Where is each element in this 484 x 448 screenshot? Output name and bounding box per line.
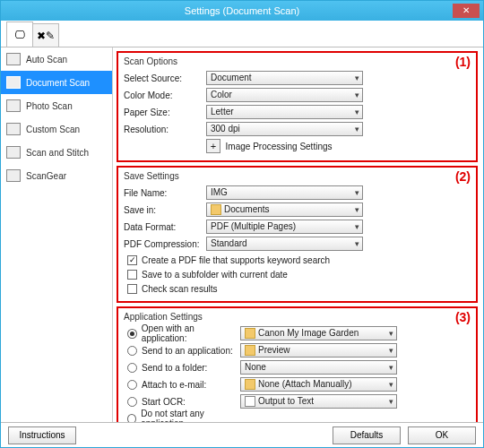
select-resolution[interactable]: 300 dpi <box>206 122 363 136</box>
preview-icon <box>245 345 255 356</box>
window-title: Settings (Document Scan) <box>185 5 299 16</box>
label-image-processing: Image Processing Settings <box>226 142 333 151</box>
label-keyword-pdf: Create a PDF file that supports keyword … <box>142 255 330 265</box>
label-file-name: File Name: <box>124 188 206 198</box>
ok-button[interactable]: OK <box>408 426 476 444</box>
label-send-folder: Send to a folder: <box>142 363 207 373</box>
select-send-app[interactable]: Preview <box>240 343 397 358</box>
label-save-in: Save in: <box>124 205 206 215</box>
scangear-icon <box>6 169 21 182</box>
content-pane: (1) Scan Options Select Source:Document … <box>113 47 483 422</box>
select-start-ocr[interactable]: Output to Text <box>240 394 397 409</box>
sidebar-item-scangear[interactable]: ScanGear <box>1 164 112 187</box>
sidebar-item-label: ScanGear <box>26 171 66 181</box>
tab-scan-icon[interactable]: 🖵 <box>6 22 33 47</box>
label-send-app: Send to an application: <box>142 346 233 356</box>
sidebar-item-scan-stitch[interactable]: Scan and Stitch <box>1 141 112 164</box>
select-source[interactable]: Document <box>206 71 363 85</box>
select-attach-email[interactable]: None (Attach Manually) <box>240 377 397 392</box>
sidebar-item-auto-scan[interactable]: Auto Scan <box>1 47 112 71</box>
select-save-in[interactable]: Documents <box>206 202 363 217</box>
radio-send-folder[interactable] <box>127 363 137 373</box>
annotation-3: (3) <box>455 310 471 324</box>
footer: Instructions Defaults OK <box>1 422 483 447</box>
legend-app-settings: Application Settings <box>124 312 471 322</box>
sidebar-item-label: Auto Scan <box>26 55 67 65</box>
instructions-button[interactable]: Instructions <box>8 426 76 444</box>
checkbox-check-results[interactable] <box>127 284 137 294</box>
select-paper-size[interactable]: Letter <box>206 105 363 119</box>
select-open-app[interactable]: Canon My Image Garden <box>240 326 397 340</box>
sidebar: Auto Scan Document Scan Photo Scan Custo… <box>1 47 113 422</box>
select-color-mode[interactable]: Color <box>206 88 363 102</box>
group-save-settings: (2) Save Settings File Name:IMG Save in:… <box>117 166 478 303</box>
label-subfolder-date: Save to a subfolder with current date <box>142 270 288 280</box>
label-select-source: Select Source: <box>124 73 206 83</box>
document-scan-icon <box>6 76 21 89</box>
close-button[interactable]: ✕ <box>453 4 480 18</box>
monitor-icon: 🖵 <box>14 29 25 41</box>
label-pdf-compression: PDF Compression: <box>124 239 206 249</box>
label-start-ocr: Start OCR: <box>142 397 186 407</box>
label-paper-size: Paper Size: <box>124 108 206 117</box>
expand-image-processing[interactable]: + <box>206 139 220 153</box>
radio-do-not-start[interactable] <box>127 414 136 423</box>
checkbox-subfolder-date[interactable] <box>127 270 137 280</box>
folder-icon <box>211 204 221 215</box>
top-tabstrip: 🖵 ✖✎ <box>1 21 483 47</box>
defaults-button[interactable]: Defaults <box>333 426 401 444</box>
sidebar-item-document-scan[interactable]: Document Scan <box>1 71 112 94</box>
legend-scan-options: Scan Options <box>124 56 471 66</box>
legend-save-settings: Save Settings <box>124 171 471 181</box>
sidebar-item-custom-scan[interactable]: Custom Scan <box>1 117 112 141</box>
group-app-settings: (3) Application Settings Open with an ap… <box>117 306 478 422</box>
label-do-not-start: Do not start any application <box>141 409 240 422</box>
label-attach-email: Attach to e-mail: <box>142 380 206 390</box>
sidebar-item-photo-scan[interactable]: Photo Scan <box>1 94 112 117</box>
sidebar-item-label: Photo Scan <box>26 101 73 111</box>
mail-icon <box>245 379 255 390</box>
label-data-format: Data Format: <box>124 222 206 232</box>
label-check-results: Check scan results <box>142 284 217 294</box>
text-icon <box>245 396 255 407</box>
settings-dialog: Settings (Document Scan) ✕ 🖵 ✖✎ Auto Sca… <box>0 0 484 448</box>
annotation-1: (1) <box>455 55 471 69</box>
radio-send-app[interactable] <box>127 346 137 356</box>
custom-scan-icon <box>6 123 21 135</box>
label-color-mode: Color Mode: <box>124 90 206 100</box>
titlebar: Settings (Document Scan) ✕ <box>1 1 483 21</box>
radio-open-app[interactable] <box>127 329 137 339</box>
auto-scan-icon <box>6 53 21 65</box>
select-pdf-compression[interactable]: Standard <box>206 237 363 251</box>
select-data-format[interactable]: PDF (Multiple Pages) <box>206 220 363 234</box>
input-file-name[interactable]: IMG <box>206 185 363 200</box>
sidebar-item-label: Scan and Stitch <box>26 148 89 158</box>
select-send-folder[interactable]: None <box>240 360 397 375</box>
wrench-icon: ✖✎ <box>37 30 55 42</box>
stitch-icon <box>6 146 21 159</box>
sidebar-item-label: Document Scan <box>26 78 90 88</box>
radio-attach-email[interactable] <box>127 380 137 390</box>
annotation-2: (2) <box>455 169 471 184</box>
tab-tools-icon[interactable]: ✖✎ <box>32 23 59 47</box>
label-open-app: Open with an application: <box>142 323 240 343</box>
photo-scan-icon <box>6 99 21 112</box>
sidebar-item-label: Custom Scan <box>26 125 80 134</box>
label-resolution: Resolution: <box>124 125 206 134</box>
app-icon <box>245 328 255 339</box>
radio-start-ocr[interactable] <box>127 397 137 407</box>
checkbox-keyword-pdf[interactable]: ✓ <box>127 255 137 265</box>
group-scan-options: (1) Scan Options Select Source:Document … <box>117 51 478 162</box>
